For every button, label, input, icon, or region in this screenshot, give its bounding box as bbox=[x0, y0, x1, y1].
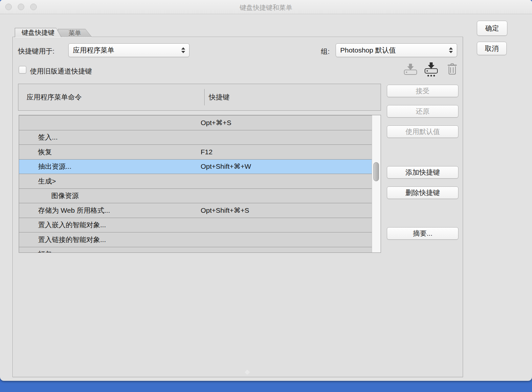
list-item[interactable]: 打包... bbox=[19, 247, 372, 253]
legacy-channel-shortcuts-label: 使用旧版通道快捷键 bbox=[30, 67, 92, 76]
delete-set-icon[interactable] bbox=[447, 63, 457, 76]
scrollbar-track[interactable] bbox=[372, 115, 381, 252]
list-item[interactable]: 恢复F12 bbox=[19, 145, 372, 160]
tab-menus[interactable]: 菜单 bbox=[58, 29, 92, 37]
shortcuts-for-value: 应用程序菜单 bbox=[73, 46, 114, 55]
list-item[interactable]: 签入... bbox=[19, 130, 372, 145]
command-label: 图像资源 bbox=[19, 191, 79, 200]
shortcut-label: Opt+Shift+⌘+W bbox=[201, 163, 251, 170]
shortcut-label: Opt+⌘+S bbox=[201, 119, 231, 127]
set-value: Photoshop 默认值 bbox=[340, 46, 396, 55]
save-set-icon[interactable] bbox=[424, 62, 439, 77]
ok-button[interactable]: 确定 bbox=[477, 21, 507, 36]
stepper-arrows-icon bbox=[181, 47, 185, 53]
watermark-icon: ❖ bbox=[244, 368, 250, 376]
shortcut-rows: Opt+⌘+S签入...恢复F12抽出资源...Opt+Shift+⌘+W生成>… bbox=[19, 116, 372, 253]
tab-label: 菜单 bbox=[69, 29, 81, 37]
window-title: 键盘快捷键和菜单 bbox=[0, 3, 532, 12]
list-item[interactable]: 置入嵌入的智能对象... bbox=[19, 218, 372, 233]
shortcuts-for-select[interactable]: 应用程序菜单 bbox=[68, 43, 189, 57]
legacy-channel-shortcuts-checkbox[interactable] bbox=[19, 66, 26, 74]
shortcut-column-header: 快捷键 bbox=[209, 93, 230, 102]
list-item[interactable]: 存储为 Web 所用格式...Opt+Shift+⌘+S bbox=[19, 203, 372, 218]
command-label: 置入链接的智能对象... bbox=[19, 235, 106, 244]
tab-label: 键盘快捷键 bbox=[22, 28, 55, 37]
tab-keyboard-shortcuts[interactable]: 键盘快捷键 bbox=[15, 28, 61, 37]
set-select[interactable]: Photoshop 默认值 bbox=[336, 43, 457, 57]
command-column-header: 应用程序菜单命令 bbox=[27, 93, 82, 102]
command-label: 置入嵌入的智能对象... bbox=[19, 220, 106, 229]
accept-button[interactable]: 接受 bbox=[387, 85, 458, 97]
scrollbar-thumb[interactable] bbox=[373, 162, 379, 181]
cancel-button[interactable]: 取消 bbox=[477, 42, 507, 55]
titlebar: 键盘快捷键和菜单 bbox=[0, 0, 532, 14]
set-label: 组: bbox=[321, 47, 330, 56]
command-label: 抽出资源... bbox=[19, 162, 72, 171]
unsaved-changes-dots bbox=[428, 75, 435, 76]
shortcut-label: F12 bbox=[201, 148, 212, 156]
list-item[interactable]: 图像资源 bbox=[19, 189, 372, 204]
add-shortcut-button[interactable]: 添加快捷键 bbox=[387, 166, 458, 179]
stepper-arrows-icon bbox=[449, 47, 453, 53]
list-item[interactable]: 置入链接的智能对象... bbox=[19, 232, 372, 247]
command-label: 打包... bbox=[19, 250, 58, 253]
shortcut-label: Opt+Shift+⌘+S bbox=[201, 207, 249, 214]
keyboard-shortcuts-dialog: 键盘快捷键和菜单 菜单 键盘快捷键 快捷键用于: 应用程序菜单 组: Photo… bbox=[0, 0, 532, 381]
list-item[interactable]: 生成> bbox=[19, 174, 372, 189]
list-item[interactable]: 抽出资源...Opt+Shift+⌘+W bbox=[19, 160, 372, 174]
list-item[interactable]: Opt+⌘+S bbox=[19, 116, 372, 130]
command-label: 恢复 bbox=[19, 147, 52, 157]
command-label: 签入... bbox=[19, 133, 58, 142]
shortcuts-for-label: 快捷键用于: bbox=[18, 47, 55, 56]
undo-button[interactable]: 还原 bbox=[387, 105, 458, 118]
table-header: 应用程序菜单命令 快捷键 bbox=[18, 84, 381, 111]
shortcut-list: Opt+⌘+S签入...恢复F12抽出资源...Opt+Shift+⌘+W生成>… bbox=[19, 115, 381, 253]
delete-shortcut-button[interactable]: 删除快捷键 bbox=[387, 186, 458, 199]
column-divider bbox=[204, 89, 205, 105]
command-label: 存储为 Web 所用格式... bbox=[19, 206, 110, 215]
command-label: 生成> bbox=[19, 177, 56, 186]
summary-button[interactable]: 摘要... bbox=[387, 227, 458, 240]
new-set-icon[interactable] bbox=[403, 63, 418, 78]
use-default-button[interactable]: 使用默认值 bbox=[387, 125, 458, 138]
